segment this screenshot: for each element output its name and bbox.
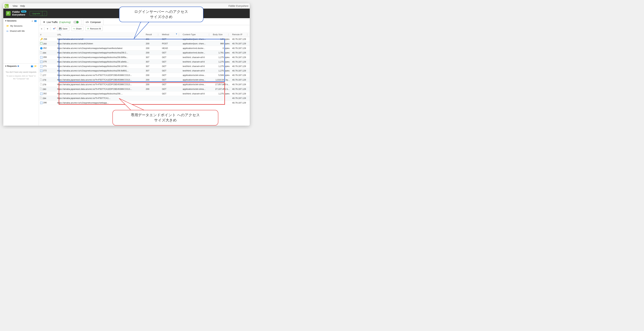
table-row[interactable]: 277https://ainaba.japaneast.data.azurecr… xyxy=(39,73,250,78)
col-body-size[interactable]: Body Size⋮ xyxy=(212,32,231,37)
cell-remote-ip: 40.79.197.129 xyxy=(231,41,250,46)
capturing-label: (Capturing) xyxy=(59,21,70,24)
cell-content-type: text/html; charset=utf-8 xyxy=(182,64,212,68)
tab-live-traffic[interactable]: 👁 Live Traffic (Capturing) xyxy=(40,19,81,25)
cell-method: GET xyxy=(160,82,181,87)
table-row[interactable]: 280https://ainaba.japaneast.data.azurecr… xyxy=(39,87,250,92)
sessions-table[interactable]: # URL Result⋮ Method▼⋮ Content-Type⋮ Bod… xyxy=(39,32,250,105)
cell-method: GET xyxy=(160,55,181,60)
table-row[interactable]: i 262https://ainaba.azurecr.io/v2/aspnet… xyxy=(39,46,250,50)
share-icon: ↪ xyxy=(73,28,75,30)
add-folder-icon[interactable]: 📁 xyxy=(34,65,37,67)
help-line1: You don't have any saved requests xyxy=(5,70,37,74)
plus-icon[interactable]: ⊕ xyxy=(17,65,19,67)
cell-remote-ip: 40.79.197.129 xyxy=(231,68,250,73)
cell-url: https://ainaba.japaneast.data.azurecr.io… xyxy=(56,73,144,78)
folder-icon: 📁 xyxy=(6,25,9,27)
cell-number: 279 xyxy=(39,82,56,87)
stream-icon[interactable]: ≡ xyxy=(41,28,42,30)
live-traffic-label: Live Traffic xyxy=(47,21,58,24)
shared-folder-icon: 🗂 xyxy=(6,30,8,32)
table-row[interactable]: 278https://ainaba.japaneast.data.azurecr… xyxy=(39,78,250,82)
cell-method: POST xyxy=(160,41,181,46)
cell-number: 284 xyxy=(39,96,56,100)
table-row[interactable]: → 269https://ainaba.azurecr.io/v2/aspnet… xyxy=(39,55,250,60)
cell-remote-ip: 40.79.197.128 xyxy=(231,82,250,87)
requests-empty-help: You don't have any saved requests To sav… xyxy=(3,68,39,82)
col-remote-ip[interactable]: Remote IP⋮ xyxy=(231,32,250,37)
col-method[interactable]: Method▼⋮ xyxy=(160,32,181,37)
upgrade-button[interactable]: Upgrade ⌄ xyxy=(30,11,47,16)
col-number[interactable]: # xyxy=(39,32,56,37)
cell-content-type: text/html; charset=utf-8 xyxy=(182,55,212,60)
requests-header[interactable]: ▾ Requests ⊕ 👥 📁 xyxy=(3,64,39,68)
cell-content-type: application/octet-strea... xyxy=(182,78,212,82)
table-row[interactable]: 279https://ainaba.japaneast.data.azurecr… xyxy=(39,82,250,87)
share-button[interactable]: ↪Share xyxy=(71,26,84,31)
cell-method: GET xyxy=(160,87,181,92)
cell-url: https://ainaba.azurecr.io/v2/aspnetcorea… xyxy=(56,50,144,55)
window-title: Fiddler Everywhere xyxy=(228,5,248,7)
cell-result: 200 xyxy=(144,50,160,55)
table-row[interactable]: → 270https://ainaba.azurecr.io/v2/aspnet… xyxy=(39,60,250,64)
sidebar-item-my-sessions[interactable]: 📁 My Sessions xyxy=(3,23,39,28)
table-row[interactable]: → 272https://ainaba.azurecr.io/v2/aspnet… xyxy=(39,68,250,73)
download-icon[interactable]: ⭳ xyxy=(31,20,33,22)
cell-result xyxy=(144,92,160,96)
col-content-type[interactable]: Content-Type⋮ xyxy=(182,32,212,37)
callout-blue-line1: ログインサーバー へのアクセス xyxy=(126,9,196,14)
svg-marker-2 xyxy=(119,98,147,112)
composer-label: Composer xyxy=(90,21,101,24)
callout-red-line2: サイズ大きめ xyxy=(120,118,211,123)
code-icon: </> xyxy=(86,21,89,24)
callout-red: 専用データエンドポイント へのアクセス サイズ大きめ xyxy=(112,110,218,126)
cell-result: 200 xyxy=(144,87,160,92)
cell-method: GET xyxy=(160,50,181,55)
cell-body-size: 1,016,541 by... xyxy=(212,78,231,82)
cell-method: GET xyxy=(160,92,181,96)
table-row[interactable]: 264https://ainaba.azurecr.io/v2/aspnetco… xyxy=(39,50,250,55)
cell-url: https://ainaba.azurecr.io/v2/aspnetcorea… xyxy=(56,55,144,60)
tab-composer[interactable]: </> Composer xyxy=(83,19,103,25)
upgrade-label: Upgrade xyxy=(30,11,42,16)
remove-all-button[interactable]: ✕Remove All xyxy=(85,26,103,31)
chevron-down-icon[interactable]: ⌄ xyxy=(42,11,47,16)
cell-method: GET xyxy=(160,64,181,68)
menu-view[interactable]: View xyxy=(12,5,18,7)
sidebar-item-shared[interactable]: 🗂 Shared with Me xyxy=(3,28,39,34)
cell-method xyxy=(160,100,181,105)
users-icon[interactable]: 👥 xyxy=(31,65,33,67)
eye-icon: 👁 xyxy=(43,21,45,24)
cell-body-size: 0 bytes xyxy=(212,46,231,50)
cell-remote-ip: 40.79.197.129 xyxy=(231,50,250,55)
cell-url: https://ainaba.azurecr.io/v2/aspnetcorea… xyxy=(56,92,144,96)
users-icon[interactable]: 👥 xyxy=(34,20,37,22)
menu-help[interactable]: Help xyxy=(20,5,25,7)
save-button[interactable]: 💾Save xyxy=(57,26,69,31)
filter-clear-icon[interactable]: ▼⊘ xyxy=(53,28,55,30)
cell-number: 278 xyxy=(39,78,56,82)
cell-content-type: application/octet-strea... xyxy=(182,87,212,92)
fiddler-logo-icon: F xyxy=(6,11,10,16)
cell-remote-ip: 40.79.197.129 xyxy=(231,46,250,50)
table-row[interactable]: → 282https://ainaba.azurecr.io/v2/aspnet… xyxy=(39,92,250,96)
cell-number: i 262 xyxy=(39,46,56,50)
filter-icon[interactable]: ▼ xyxy=(46,28,48,30)
svg-marker-0 xyxy=(134,22,149,39)
save-icon: 💾 xyxy=(59,28,62,30)
cell-url: https://ainaba.azurecr.io/v2/aspnetcorea… xyxy=(56,60,144,64)
cell-result: 200 xyxy=(144,78,160,82)
cell-remote-ip: 40.79.197.129 xyxy=(231,60,250,64)
cell-content-type xyxy=(182,96,212,100)
cell-remote-ip: 40.79.197.129 xyxy=(231,37,250,41)
capture-toggle[interactable] xyxy=(73,21,79,24)
filter-active-icon[interactable]: ▼ xyxy=(176,33,178,35)
cell-remote-ip: 40.79.197.128 xyxy=(231,78,250,82)
cell-content-type: text/html; charset=utf-8 xyxy=(182,92,212,96)
cell-body-size: 1,275 bytes xyxy=(212,60,231,64)
cell-method: GET xyxy=(160,78,181,82)
cell-content-type: application/json; chars... xyxy=(182,41,212,46)
cell-number: → 272 xyxy=(39,68,56,73)
table-row[interactable]: → 271https://ainaba.azurecr.io/v2/aspnet… xyxy=(39,64,250,68)
sessions-section[interactable]: ▾ Sessions ⭳ 👥 xyxy=(3,18,39,23)
